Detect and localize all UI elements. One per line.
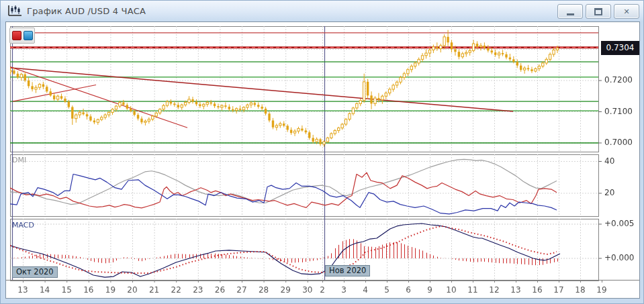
- restore-icon: [594, 8, 602, 15]
- x-axis-label: 9: [427, 285, 432, 295]
- x-axis-label: 4: [363, 285, 368, 295]
- restore-button[interactable]: [586, 4, 611, 19]
- macd-label: MACD: [12, 221, 34, 230]
- chart-icon: [7, 5, 22, 17]
- close-icon: ✕: [623, 8, 629, 15]
- month-label-nov: Нов 2020: [325, 265, 370, 276]
- window-title: График AUD /USD 4 ЧАСА: [27, 6, 146, 16]
- x-axis-label: 6: [406, 285, 411, 295]
- x-axis-label: 11: [467, 285, 477, 295]
- x-axis-label: 5: [384, 285, 389, 295]
- x-axis-label: 12: [489, 285, 499, 295]
- x-axis-label: 21: [149, 285, 159, 295]
- month-label-oct: Окт 2020: [12, 266, 58, 278]
- x-axis-label: 23: [193, 285, 203, 295]
- chart-toolbar: [9, 28, 35, 44]
- x-axis-label: 27: [236, 285, 246, 295]
- x-axis-label: 19: [596, 285, 606, 295]
- x-axis-label: 26: [215, 285, 225, 295]
- red-square-button[interactable]: [12, 31, 21, 40]
- blue-square-button[interactable]: [24, 31, 33, 40]
- x-axis-label: 16: [532, 285, 542, 295]
- x-axis-label: 17: [553, 285, 563, 295]
- y-axis-label: 0.7100: [604, 107, 633, 116]
- titlebar: График AUD /USD 4 ЧАСА ✕: [1, 1, 643, 21]
- x-axis-label: 29: [281, 285, 291, 295]
- x-axis-label: 3: [341, 285, 347, 295]
- x-axis-label: 19: [105, 285, 116, 295]
- x-axis-label: 15: [62, 285, 72, 295]
- x-axis-label: 28: [259, 285, 269, 295]
- chart-canvas[interactable]: [1, 1, 644, 304]
- dmi-label: DMI: [12, 156, 26, 164]
- x-axis-label: 30: [302, 285, 312, 295]
- y-axis-label: 0.7200: [604, 75, 633, 85]
- x-axis-label: 13: [17, 285, 28, 295]
- x-axis-label: 14: [40, 285, 50, 295]
- x-axis-label: 10: [446, 285, 456, 295]
- current-price-tag: 0.7304: [601, 41, 639, 55]
- x-axis-label: 16: [83, 285, 93, 295]
- x-axis-label: 2: [320, 285, 325, 295]
- x-axis-label: 20: [127, 285, 137, 295]
- x-axis-label: 22: [171, 285, 181, 295]
- x-axis-label: 13: [510, 285, 520, 295]
- y-axis-label: 40: [604, 156, 614, 166]
- y-axis-label: +0.005: [604, 219, 634, 228]
- minimize-icon: [567, 13, 574, 15]
- y-axis-label: 20: [604, 188, 614, 197]
- x-axis-label: 18: [575, 285, 585, 295]
- chart-window: 0.7304 DMI MACD Окт 2020 Нов 2020 131415…: [0, 0, 644, 304]
- close-button[interactable]: ✕: [614, 4, 639, 19]
- y-axis-label: +0.000: [604, 253, 634, 262]
- minimize-button[interactable]: [557, 4, 583, 19]
- y-axis-label: 0.7000: [604, 138, 633, 147]
